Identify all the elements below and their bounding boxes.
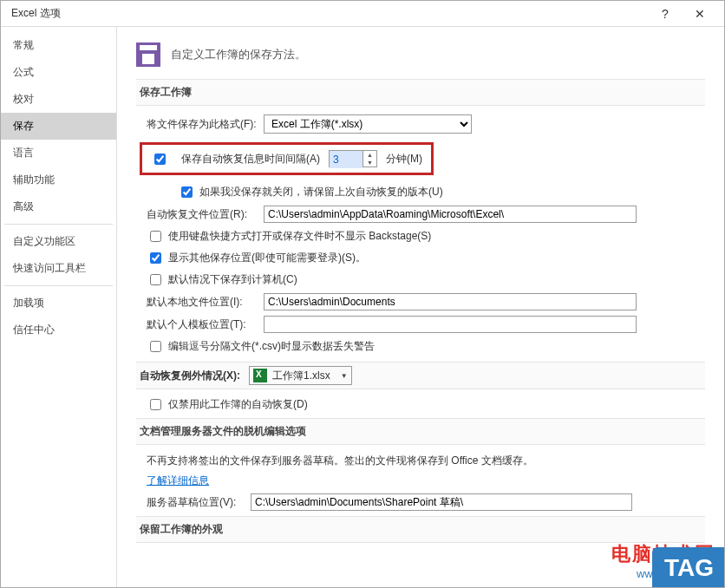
- dialog-body: 常规 公式 校对 保存 语言 辅助功能 高级 自定义功能区 快速访问工具栏 加载…: [1, 27, 724, 587]
- auto-recover-interval-spinner[interactable]: ▲▼: [329, 150, 377, 167]
- sidebar-item-general[interactable]: 常规: [1, 32, 116, 59]
- workbook-exception-select[interactable]: 工作簿1.xlsx ▼: [249, 366, 352, 385]
- csv-warn-checkbox[interactable]: [150, 341, 161, 352]
- spinner-arrows[interactable]: ▲▼: [362, 151, 376, 167]
- panel-header-text: 自定义工作簿的保存方法。: [171, 47, 306, 62]
- offline-note: 不再支持将签出的文件保存到服务器草稿。签出的文件现将保存到 Office 文档缓…: [147, 454, 705, 468]
- sidebar-separator: [4, 285, 113, 286]
- chevron-down-icon: ▼: [341, 372, 348, 380]
- row-file-format: 将文件保存为此格式(F): Excel 工作簿(*.xlsx): [147, 114, 705, 134]
- auto-recover-unit: 分钟(M): [386, 152, 422, 167]
- server-draft-label: 服务器草稿位置(V):: [147, 495, 251, 510]
- keep-last-version-checkbox[interactable]: [181, 186, 193, 198]
- row-keep-last-version: 如果我没保存就关闭，请保留上次自动恢复的版本(U): [178, 184, 705, 200]
- show-other-save-label: 显示其他保存位置(即使可能需要登录)(S)。: [168, 251, 366, 265]
- show-other-save-checkbox[interactable]: [150, 252, 161, 264]
- default-template-path-input[interactable]: [264, 316, 637, 333]
- default-local-path-input[interactable]: [264, 293, 637, 310]
- keep-last-version-label: 如果我没保存就关闭，请保留上次自动恢复的版本(U): [199, 185, 443, 199]
- chevron-down-icon[interactable]: ▼: [363, 159, 376, 167]
- disable-this-workbook-label: 仅禁用此工作簿的自动恢复(D): [168, 397, 308, 412]
- file-format-label: 将文件保存为此格式(F):: [147, 117, 264, 132]
- csv-warn-label: 编辑逗号分隔文件(*.csv)时显示数据丢失警告: [168, 339, 375, 354]
- backstage-checkbox[interactable]: [150, 231, 161, 242]
- excel-file-icon: [253, 369, 267, 382]
- section-title-appearance: 保留工作簿的外观: [136, 516, 705, 543]
- titlebar: Excel 选项 ? ✕: [1, 1, 724, 27]
- sidebar-item-quick-access[interactable]: 快速访问工具栏: [1, 255, 116, 282]
- category-sidebar: 常规 公式 校对 保存 语言 辅助功能 高级 自定义功能区 快速访问工具栏 加载…: [1, 27, 117, 587]
- sidebar-item-save[interactable]: 保存: [1, 113, 116, 140]
- workbook-exception-value: 工作簿1.xlsx: [272, 369, 330, 383]
- row-csv-warn: 编辑逗号分隔文件(*.csv)时显示数据丢失警告: [147, 338, 705, 355]
- row-backstage: 使用键盘快捷方式打开或保存文件时不显示 Backstage(S): [147, 228, 705, 245]
- sidebar-separator: [4, 224, 113, 225]
- sidebar-item-trust-center[interactable]: 信任中心: [1, 317, 116, 343]
- window-title: Excel 选项: [11, 6, 648, 21]
- learn-more-link[interactable]: 了解详细信息: [147, 474, 209, 488]
- highlight-box-auto-recover: 保存自动恢复信息时间间隔(A) ▲▼ 分钟(M): [140, 142, 434, 175]
- sidebar-item-advanced[interactable]: 高级: [1, 193, 116, 220]
- default-template-path-label: 默认个人模板位置(T):: [147, 317, 264, 332]
- panel-header: 自定义工作簿的保存方法。: [136, 42, 705, 67]
- default-save-local-label: 默认情况下保存到计算机(C): [168, 272, 297, 287]
- row-auto-recover-path: 自动恢复文件位置(R):: [147, 206, 705, 223]
- sidebar-item-addins[interactable]: 加载项: [1, 290, 116, 317]
- sidebar-item-proofing[interactable]: 校对: [1, 86, 116, 113]
- row-default-save-local: 默认情况下保存到计算机(C): [147, 271, 705, 288]
- row-disable-this-workbook: 仅禁用此工作簿的自动恢复(D): [147, 396, 705, 413]
- section-title-auto-recover-exception: 自动恢复例外情况(X):: [140, 369, 240, 383]
- auto-recover-path-input[interactable]: [264, 206, 637, 223]
- row-default-local-path: 默认本地文件位置(I):: [147, 293, 705, 310]
- row-show-other-save: 显示其他保存位置(即使可能需要登录)(S)。: [147, 250, 705, 266]
- backstage-label: 使用键盘快捷方式打开或保存文件时不显示 Backstage(S): [168, 229, 431, 244]
- auto-recover-checkbox[interactable]: [154, 154, 166, 165]
- auto-recover-label: 保存自动恢复信息时间间隔(A): [181, 152, 320, 167]
- sidebar-item-formulas[interactable]: 公式: [1, 59, 116, 86]
- save-icon: [136, 42, 160, 67]
- auto-recover-path-label: 自动恢复文件位置(R):: [147, 207, 264, 222]
- auto-recover-interval-input[interactable]: [330, 151, 362, 168]
- chevron-up-icon[interactable]: ▲: [363, 151, 376, 159]
- server-draft-input[interactable]: [251, 493, 632, 511]
- help-button[interactable]: ?: [648, 1, 683, 27]
- watermark-tag: TAG: [652, 547, 724, 587]
- sidebar-item-language[interactable]: 语言: [1, 140, 116, 167]
- section-title-save-workbook: 保存工作簿: [136, 79, 705, 106]
- close-button[interactable]: ✕: [683, 1, 717, 27]
- disable-this-workbook-checkbox[interactable]: [150, 399, 161, 410]
- sidebar-item-accessibility[interactable]: 辅助功能: [1, 167, 116, 193]
- sidebar-item-customize-ribbon[interactable]: 自定义功能区: [1, 228, 116, 255]
- default-save-local-checkbox[interactable]: [150, 274, 161, 285]
- default-local-path-label: 默认本地文件位置(I):: [147, 295, 264, 310]
- row-default-template-path: 默认个人模板位置(T):: [147, 316, 705, 333]
- section-title-offline-edit: 文档管理服务器文件的脱机编辑选项: [136, 418, 705, 445]
- main-panel: 自定义工作簿的保存方法。 保存工作簿 将文件保存为此格式(F): Excel 工…: [117, 27, 724, 587]
- file-format-select[interactable]: Excel 工作簿(*.xlsx): [264, 114, 472, 134]
- row-server-draft-path: 服务器草稿位置(V):: [147, 493, 705, 511]
